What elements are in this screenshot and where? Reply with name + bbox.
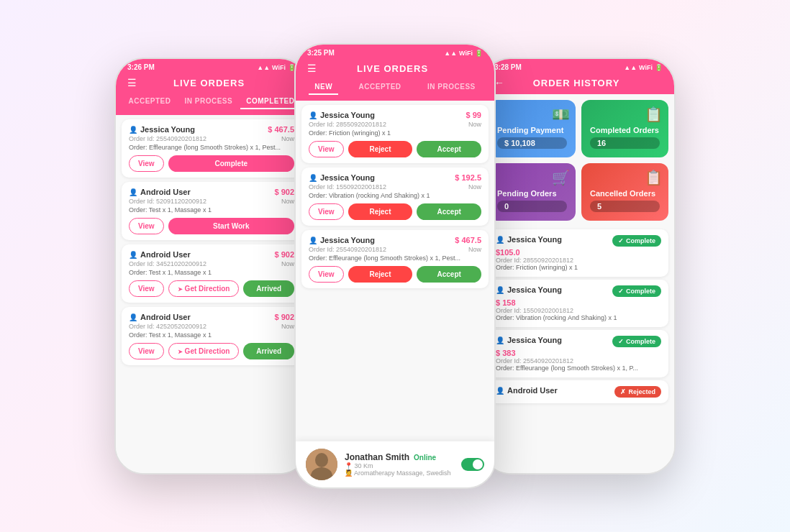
left-order-2-start-btn[interactable]: Start Work <box>168 218 294 234</box>
center-order-2-desc: Order: Vibration (rocking And Shaking) x… <box>309 192 481 199</box>
person-icon-c1 <box>309 111 317 119</box>
left-order-1-view-btn[interactable]: View <box>129 155 164 172</box>
right-phone: 3:28 PM ▲▲ WiFi 🔋 ← ORDER HISTORY 💵 <box>481 58 676 474</box>
center-order-3-amount: $ 467.5 <box>455 236 481 244</box>
left-order-3-arrived-btn[interactable]: Arrived <box>243 280 294 297</box>
pending-orders-icon: 🛒 <box>552 169 570 186</box>
profile-info: Jonathan Smith Online 📍 30 Km 💆 Aromathe… <box>345 452 454 477</box>
profile-distance: 📍 30 Km <box>345 462 454 469</box>
center-order-3-reject-btn[interactable]: Reject <box>348 266 413 283</box>
left-order-3-actions: View Get Direction Arrived <box>129 280 294 297</box>
left-menu-icon[interactable]: ☰ <box>127 77 137 88</box>
person-icon-h4 <box>496 386 504 395</box>
profile-bar: Jonathan Smith Online 📍 30 Km 💆 Aromathe… <box>296 441 494 487</box>
left-order-1: Jessica Young $ 467.5 Order Id: 25540920… <box>122 119 301 178</box>
stat-pending-payment[interactable]: 💵 Pending Payment $ 10,108 <box>489 100 576 157</box>
center-title: LIVE ORDERS <box>317 63 468 74</box>
tab-accepted[interactable]: ACCEPTED <box>123 94 177 109</box>
stat-pending-orders-value: 0 <box>497 201 567 212</box>
left-order-4: Android User $ 902 Order Id: 42520520200… <box>122 307 301 365</box>
tab-completed[interactable]: COMPLETED <box>240 94 300 109</box>
center-order-3-accept-btn[interactable]: Accept <box>417 266 481 283</box>
left-order-3-view-btn[interactable]: View <box>129 280 164 297</box>
history-3-desc: Order: Effleurange (long Smooth Strokes)… <box>496 364 661 372</box>
left-order-2-name: Android User <box>129 188 191 196</box>
center-phone: 3:25 PM ▲▲ WiFi 🔋 ☰ LIVE ORDERS NEW ACCE… <box>294 43 496 489</box>
profile-specialty: 💆 Aromatherapy Massage, Swedish <box>345 469 454 477</box>
history-2-id: Order Id: 15509202001812 <box>496 307 661 314</box>
left-order-1-time: Now <box>281 135 294 142</box>
center-order-1-amount: $ 99 <box>466 111 481 119</box>
center-status-bar: 3:25 PM ▲▲ WiFi 🔋 <box>296 45 494 60</box>
history-2-name: Jessica Young <box>496 285 562 294</box>
right-status-bar: 3:28 PM ▲▲ WiFi 🔋 <box>483 59 674 74</box>
person-icon <box>129 125 137 134</box>
left-order-3-direction-btn[interactable]: Get Direction <box>168 280 240 297</box>
center-order-3-actions: View Reject Accept <box>309 266 481 283</box>
center-order-1-accept-btn[interactable]: Accept <box>417 141 481 157</box>
svg-point-1 <box>315 453 328 467</box>
person-icon-h1 <box>496 235 504 244</box>
left-order-3-name: Android User <box>129 250 191 259</box>
tab-in-process[interactable]: IN PROCESS <box>179 94 239 109</box>
stat-completed-value: 16 <box>590 137 660 149</box>
center-order-2-amount: $ 192.5 <box>455 173 481 182</box>
online-toggle[interactable] <box>461 458 484 471</box>
stat-cancelled-value: 5 <box>590 201 660 212</box>
history-1-amount: $105.0 <box>496 248 661 257</box>
center-order-1-name: Jessica Young <box>309 111 375 119</box>
center-order-2-accept-btn[interactable]: Accept <box>417 203 481 220</box>
right-title: ORDER HISTORY <box>504 78 648 88</box>
center-order-2-name: Jessica Young <box>309 173 375 182</box>
left-order-4-arrived-btn[interactable]: Arrived <box>243 343 294 359</box>
left-order-1-complete-btn[interactable]: Complete <box>168 155 294 172</box>
center-order-2-view-btn[interactable]: View <box>309 203 344 220</box>
center-order-2-reject-btn[interactable]: Reject <box>348 203 413 220</box>
center-menu-icon[interactable]: ☰ <box>307 63 317 74</box>
center-tab-accepted[interactable]: ACCEPTED <box>353 80 407 95</box>
left-order-2-actions: View Start Work <box>129 218 294 234</box>
center-order-1: Jessica Young $ 99 Order Id: 28550920201… <box>301 105 489 163</box>
center-status-icons: ▲▲ WiFi 🔋 <box>444 50 483 57</box>
center-tab-new[interactable]: NEW <box>309 80 338 95</box>
left-status-bar: 3:26 PM ▲▲ WiFi 🔋 <box>116 59 307 74</box>
back-button[interactable]: ← <box>494 77 504 88</box>
center-order-3-desc: Order: Effleurange (long Smooth Strokes)… <box>309 254 481 262</box>
center-tab-in-process[interactable]: IN PROCESS <box>422 80 481 95</box>
center-order-3: Jessica Young $ 467.5 Order Id: 25540920… <box>301 230 489 288</box>
stat-cancelled-orders[interactable]: 📋 Cancelled Orders 5 <box>581 163 668 221</box>
history-1-badge: ✓ Complete <box>612 235 661 247</box>
payment-icon: 💵 <box>552 106 570 123</box>
history-2-desc: Order: Vibration (rocking And Shaking) x… <box>496 314 661 321</box>
history-3-name: Jessica Young <box>496 336 562 344</box>
left-order-4-desc: Order: Test x 1, Massage x 1 <box>129 331 294 339</box>
stat-pending-orders[interactable]: 🛒 Pending Orders 0 <box>489 163 576 221</box>
stat-completed-label: Completed Orders <box>590 126 660 134</box>
stat-completed-orders[interactable]: 📋 Completed Orders 16 <box>581 100 668 157</box>
left-title: LIVE ORDERS <box>137 78 281 88</box>
left-order-3-id: Order Id: 34521020200912 <box>129 260 206 267</box>
center-order-3-view-btn[interactable]: View <box>309 266 344 283</box>
left-content: Jessica Young $ 467.5 Order Id: 25540920… <box>116 115 307 473</box>
left-order-4-direction-btn[interactable]: Get Direction <box>168 343 240 359</box>
center-order-2-actions: View Reject Accept <box>309 203 481 220</box>
profile-status: Online <box>414 454 436 462</box>
profile-avatar <box>306 449 337 480</box>
left-order-2: Android User $ 902 Order Id: 52091120200… <box>122 182 301 240</box>
right-time: 3:28 PM <box>494 63 522 71</box>
left-order-3-amount: $ 902 <box>274 250 294 259</box>
history-card-4: Android User ✗ Rejected <box>489 380 668 403</box>
stat-cancelled-label: Cancelled Orders <box>590 189 660 198</box>
right-header: ← ORDER HISTORY <box>483 74 674 94</box>
left-order-3: Android User $ 902 Order Id: 34521020200… <box>122 244 301 303</box>
left-order-2-view-btn[interactable]: View <box>129 218 164 234</box>
left-order-4-actions: View Get Direction Arrived <box>129 343 294 359</box>
center-order-1-reject-btn[interactable]: Reject <box>348 141 413 157</box>
history-1-desc: Order: Friction (wringing) x 1 <box>496 264 661 271</box>
left-order-4-time: Now <box>281 323 294 330</box>
nav-icon-3 <box>178 285 183 293</box>
person-icon-h2 <box>496 285 504 294</box>
left-order-4-view-btn[interactable]: View <box>129 343 164 359</box>
center-order-1-view-btn[interactable]: View <box>309 141 344 157</box>
history-4-name: Android User <box>496 386 558 395</box>
